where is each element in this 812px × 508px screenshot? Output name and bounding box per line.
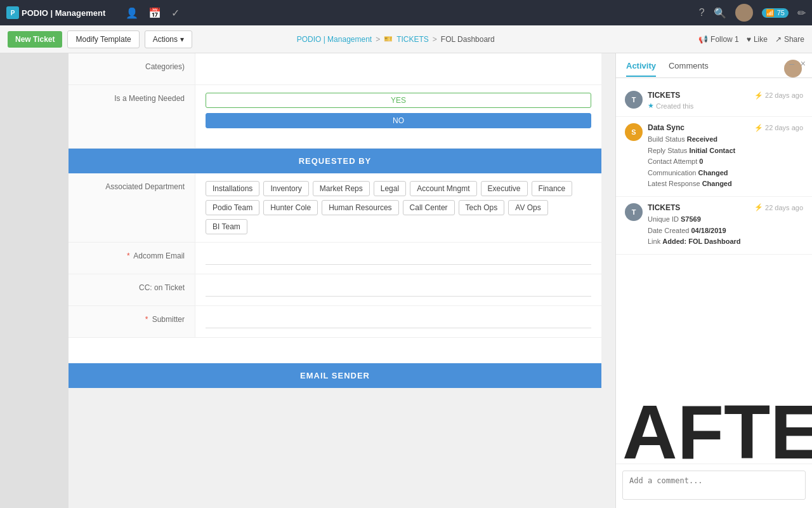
categories-label: Categories) (69, 53, 195, 84)
categories-value (195, 53, 601, 84)
follow-label: Follow 1 (710, 35, 739, 44)
breadcrumb-current: FOL Dashboard (441, 35, 495, 44)
nav-icons: 👤 📅 ✓ (126, 7, 180, 19)
cc-input[interactable] (206, 282, 591, 297)
yes-button[interactable]: YES (206, 93, 591, 108)
toolbar-right: 📢 Follow 1 ♥ Like ↗ Share (698, 35, 804, 44)
activity-title: TICKETS (648, 203, 680, 212)
activity-title: TICKETS (648, 91, 680, 100)
breadcrumb-podio[interactable]: PODIO | Management (297, 35, 372, 44)
activity-title: Data Sync (648, 123, 684, 132)
meeting-value: YES NO (195, 85, 601, 148)
activity-icon: S (625, 123, 643, 141)
dept-label: Associated Department (69, 173, 195, 242)
meeting-label: Is a Meeting Needed (69, 85, 195, 148)
podio-logo-icon: P (6, 6, 19, 19)
right-panel: × – Activity Comments T TICKETS ⚡22 days… (615, 53, 812, 508)
categories-row: Categories) (69, 53, 601, 85)
toolbar: New Ticket Modify Template Actions ▾ POD… (0, 25, 812, 53)
tab-comments[interactable]: Comments (669, 61, 709, 77)
dept-tag[interactable]: BI Team (206, 219, 247, 234)
dept-tag[interactable]: Hunter Cole (263, 200, 318, 215)
follow-button[interactable]: 📢 Follow 1 (698, 35, 739, 44)
dept-tag[interactable]: Installations (206, 181, 259, 196)
brand-name: PODIO | Management (22, 8, 105, 18)
breadcrumb-tickets[interactable]: TICKETS (396, 35, 429, 44)
top-nav-right: ? 🔍 📶 75 ✏ (699, 4, 806, 22)
notification-badge[interactable]: 📶 75 (762, 8, 789, 18)
activity-time: ⚡22 days ago (754, 124, 803, 132)
dept-tag[interactable]: AV Ops (508, 200, 547, 215)
activity-header: TICKETS ⚡22 days ago (648, 91, 803, 100)
adcomm-label: * Adcomm Email (69, 243, 195, 274)
submitter-required: * (145, 315, 148, 324)
avatar[interactable] (735, 4, 753, 22)
dept-tag[interactable]: Account Mngmt (410, 181, 476, 196)
breadcrumb: PODIO | Management > 🎫 TICKETS > FOL Das… (297, 35, 495, 44)
activity-feed: T TICKETS ⚡22 days ago ★ Created this S … (616, 78, 812, 464)
dept-tag[interactable]: Executive (481, 181, 528, 196)
dept-tag[interactable]: Podio Team (206, 200, 259, 215)
dept-tag[interactable]: Human Resources (322, 200, 398, 215)
activity-time: ⚡22 days ago (754, 91, 803, 100)
submitter-input[interactable] (206, 314, 591, 328)
new-ticket-button[interactable]: New Ticket (8, 31, 62, 48)
meeting-row: Is a Meeting Needed YES NO (69, 85, 601, 149)
dept-tag[interactable]: Finance (532, 181, 573, 196)
activity-icon: T (625, 91, 643, 109)
calendar-icon[interactable]: 📅 (148, 7, 161, 19)
adcomm-value (195, 243, 601, 274)
submitter-row: * Submitter (69, 306, 601, 338)
dept-tag[interactable]: Legal (374, 181, 406, 196)
share-label: Share (784, 35, 804, 44)
dept-tag[interactable]: Call Center (403, 200, 455, 215)
dept-tag[interactable]: Tech Ops (459, 200, 505, 215)
tasks-icon[interactable]: ✓ (171, 7, 180, 19)
close-icon[interactable]: × (801, 58, 806, 69)
activity-icon: T (625, 203, 643, 221)
dept-tag[interactable]: Inventory (263, 181, 308, 196)
activity-header: Data Sync ⚡22 days ago (648, 123, 803, 132)
like-label: Like (754, 35, 768, 44)
spacer (69, 338, 601, 363)
activity-content: TICKETS ⚡22 days ago ★ Created this (648, 91, 803, 110)
form-container: Categories) Is a Meeting Needed YES NO R… (69, 53, 601, 388)
panel-tabs: Activity Comments (616, 53, 812, 78)
comment-input[interactable] (622, 471, 806, 500)
requested-by-header: REQUESTED BY (69, 149, 601, 173)
podio-logo[interactable]: P PODIO | Management (6, 6, 105, 19)
share-button[interactable]: ↗ Share (775, 35, 804, 44)
notification-count: 75 (777, 9, 785, 17)
submitter-value (195, 306, 601, 337)
no-button[interactable]: NO (206, 113, 591, 128)
actions-button[interactable]: Actions ▾ (145, 30, 192, 48)
activity-item: T TICKETS ⚡22 days ago Unique ID S7569Da… (616, 197, 812, 255)
adcomm-email-input[interactable] (206, 250, 591, 265)
activity-header: TICKETS ⚡22 days ago (648, 203, 803, 212)
dept-value: InstallationsInventoryMarket RepsLegalAc… (195, 173, 601, 242)
share-icon: ↗ (775, 35, 782, 44)
search-icon[interactable]: 🔍 (714, 7, 726, 19)
modify-template-button[interactable]: Modify Template (67, 30, 139, 48)
people-icon[interactable]: 👤 (126, 7, 138, 19)
like-button[interactable]: ♥ Like (747, 35, 768, 44)
comment-input-area (616, 464, 812, 508)
help-icon[interactable]: ? (699, 7, 705, 18)
write-icon[interactable]: ✏ (797, 7, 806, 19)
content-area: Categories) Is a Meeting Needed YES NO R… (69, 53, 615, 508)
top-navigation: P PODIO | Management 👤 📅 ✓ ? 🔍 📶 75 ✏ (0, 0, 812, 25)
email-sender-header: EMAIL SENDER (69, 363, 601, 388)
notification-icon: 📶 (766, 9, 775, 17)
breadcrumb-sep2: > (433, 35, 437, 44)
adcomm-row: * Adcomm Email (69, 243, 601, 274)
collapse-icon[interactable]: – (789, 58, 794, 69)
dept-tag[interactable]: Market Reps (313, 181, 370, 196)
cc-value (195, 274, 601, 305)
follow-icon: 📢 (698, 35, 708, 44)
cc-row: CC: on Ticket (69, 274, 601, 306)
activity-item: T TICKETS ⚡22 days ago ★ Created this (616, 84, 812, 117)
activity-content: TICKETS ⚡22 days ago Unique ID S7569Date… (648, 203, 803, 248)
chevron-down-icon: ▾ (180, 35, 184, 44)
activity-time: ⚡22 days ago (754, 203, 803, 211)
tab-activity[interactable]: Activity (626, 61, 656, 77)
